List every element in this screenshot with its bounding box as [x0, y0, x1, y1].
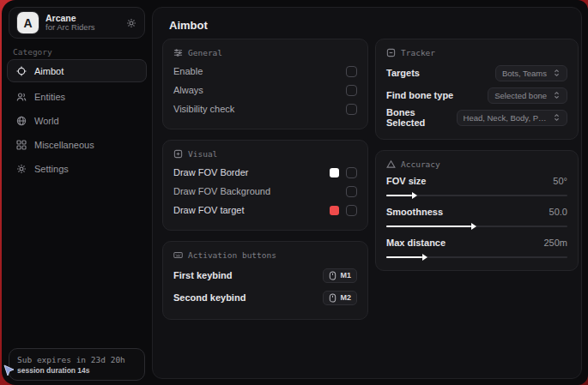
accuracy-card: Accuracy FOV size 50° Smoothness 50.0	[375, 150, 579, 271]
card-title: General	[188, 48, 222, 57]
card-title: Activation buttons	[188, 250, 276, 260]
smoothness-group: Smoothness 50.0	[386, 204, 567, 227]
sidebar-nav: Aimbot Entities World	[7, 59, 147, 181]
visibility-check-checkbox[interactable]	[346, 104, 357, 115]
always-checkbox[interactable]	[346, 85, 357, 96]
slider-fill	[386, 195, 412, 196]
sidebar-item-aimbot[interactable]: Aimbot	[7, 59, 147, 82]
setting-label: Smoothness	[386, 207, 443, 217]
slider-value: 50.0	[549, 207, 567, 217]
sidebar-item-label: Entities	[34, 92, 65, 102]
sidebar-item-label: Settings	[34, 164, 69, 174]
setting-row-always: Always	[173, 81, 357, 99]
setting-row-enable: Enable	[173, 62, 357, 81]
right-column: Tracker Targets Bots, Teams Find bone	[375, 39, 579, 271]
tracker-card-header: Tracker	[386, 48, 567, 57]
setting-label: Max distance	[386, 238, 446, 248]
triangle-icon	[386, 159, 396, 169]
setting-row-visibility-check: Visibility check	[173, 99, 357, 118]
crosshair-icon	[16, 66, 27, 76]
slider-value: 50°	[553, 176, 567, 186]
card-title: Accuracy	[401, 159, 440, 169]
page-title: Aimbot	[169, 19, 208, 32]
sidebar-item-settings[interactable]: Settings	[7, 157, 147, 180]
left-column: General Enable Always Visibility check	[162, 39, 368, 320]
mouse-cursor	[3, 364, 15, 381]
setting-label: Draw FOV Border	[173, 167, 248, 177]
app-header: A Arcane for Arc Riders	[9, 7, 145, 39]
gear-icon	[16, 164, 27, 174]
second-keybind-button[interactable]: M2	[323, 291, 357, 305]
chevrons-up-down-icon	[553, 91, 561, 99]
setting-row-bones-selected: Bones Selected Head, Neck, Body, Pe..	[386, 106, 567, 129]
app-meta: Arcane for Arc Riders	[45, 13, 95, 33]
sliders-icon	[173, 48, 183, 57]
subscription-box: Sub expires in 23d 20h session duration …	[9, 348, 145, 381]
fov-background-checkbox[interactable]	[346, 186, 357, 197]
slider-value: 250m	[543, 238, 567, 248]
fov-size-group: FOV size 50°	[386, 173, 567, 196]
gear-icon[interactable]	[126, 18, 136, 28]
setting-row-targets: Targets Bots, Teams	[386, 62, 567, 84]
setting-row-fov-background: Draw FOV Background	[173, 182, 357, 201]
app-subtitle: for Arc Riders	[45, 23, 95, 33]
sidebar-item-world[interactable]: World	[7, 109, 147, 132]
fov-border-checkbox[interactable]	[346, 167, 357, 178]
sidebar-item-entities[interactable]: Entities	[7, 85, 147, 108]
setting-label: Visibility check	[173, 104, 234, 114]
color-swatch-red[interactable]	[330, 206, 339, 215]
setting-label: First keybind	[173, 270, 232, 280]
select-value: Selected bone	[494, 91, 547, 100]
targets-select[interactable]: Bots, Teams	[495, 65, 567, 81]
setting-row-fov-target: Draw FOV target	[173, 201, 357, 220]
category-label: Category	[13, 47, 52, 57]
setting-label: Always	[173, 85, 203, 95]
square-plus-icon	[173, 149, 183, 159]
sidebar: A Arcane for Arc Riders Category	[2, 0, 152, 385]
slider-fill	[386, 226, 471, 227]
tracker-card: Tracker Targets Bots, Teams Find bone	[375, 39, 579, 140]
smoothness-slider[interactable]	[386, 226, 567, 227]
globe-icon	[16, 116, 27, 126]
setting-label: Draw FOV Background	[173, 186, 270, 196]
setting-row-find-bone-type: Find bone type Selected bone	[386, 84, 567, 106]
setting-row-first-keybind: First keybind M1	[173, 264, 357, 286]
setting-label: Draw FOV target	[173, 205, 245, 215]
app-window: A Arcane for Arc Riders Category	[2, 0, 588, 385]
square-minus-icon	[386, 48, 396, 57]
main-panel: Aimbot General Enable	[152, 7, 582, 379]
fov-target-checkbox[interactable]	[346, 205, 357, 216]
sidebar-item-label: Miscellaneous	[34, 140, 94, 150]
first-keybind-button[interactable]: M1	[323, 268, 357, 283]
color-swatch-white[interactable]	[330, 168, 339, 177]
sidebar-item-miscellaneous[interactable]: Miscellaneous	[7, 133, 147, 156]
session-duration-text: session duration 14s	[17, 366, 136, 375]
keybind-value: M1	[340, 271, 351, 280]
max-distance-slider[interactable]	[386, 256, 567, 258]
users-icon	[16, 92, 27, 102]
setting-label: Find bone type	[386, 90, 453, 100]
accuracy-card-header: Accuracy	[386, 159, 567, 169]
card-title: Tracker	[401, 48, 435, 57]
bones-selected-select[interactable]: Head, Neck, Body, Pe..	[457, 110, 567, 126]
keybind-value: M2	[340, 293, 351, 302]
fov-size-slider[interactable]	[386, 195, 567, 196]
keyboard-icon	[173, 250, 183, 260]
sub-expires-text: Sub expires in 23d 20h	[17, 355, 136, 364]
setting-label: FOV size	[386, 176, 426, 186]
sidebar-item-label: World	[34, 116, 59, 126]
slider-fill	[386, 256, 422, 258]
find-bone-type-select[interactable]: Selected bone	[488, 87, 567, 104]
grid-icon	[16, 140, 27, 150]
setting-row-second-keybind: Second keybind M2	[173, 286, 357, 309]
setting-label: Enable	[173, 66, 203, 76]
setting-row-fov-border: Draw FOV Border	[173, 163, 357, 182]
max-distance-group: Max distance 250m	[386, 235, 567, 258]
activation-card-header: Activation buttons	[173, 250, 357, 260]
enable-checkbox[interactable]	[346, 66, 357, 77]
select-value: Head, Neck, Body, Pe..	[464, 113, 547, 123]
chevrons-up-down-icon	[553, 69, 561, 77]
mouse-icon	[329, 271, 336, 280]
visual-card-header: Visual	[173, 149, 357, 159]
mouse-icon	[329, 293, 336, 303]
